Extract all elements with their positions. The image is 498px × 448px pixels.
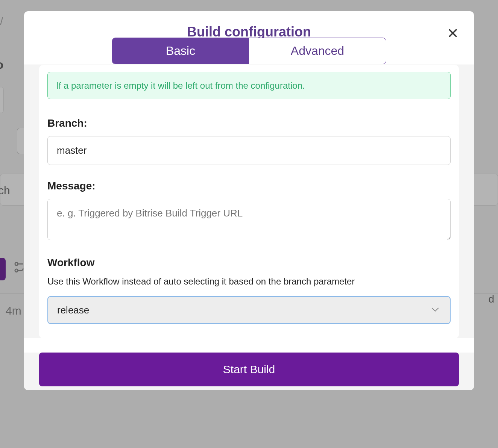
workflow-label: Workflow (47, 257, 451, 269)
build-config-modal: Build configuration Basic Advanced If a … (24, 11, 474, 390)
workflow-field: Workflow Use this Workflow instead of au… (47, 257, 451, 324)
tab-advanced[interactable]: Advanced (249, 38, 386, 64)
branch-input[interactable] (47, 136, 451, 165)
branch-label: Branch: (47, 117, 451, 129)
message-field: Message: (47, 180, 451, 242)
workflow-select[interactable]: release (47, 296, 451, 324)
tab-basic[interactable]: Basic (112, 38, 249, 64)
start-build-button[interactable]: Start Build (39, 353, 459, 386)
close-icon (447, 27, 459, 39)
message-input[interactable] (47, 199, 451, 240)
modal-body-outer: If a parameter is empty it will be left … (24, 65, 474, 338)
workflow-select-wrap: release (47, 296, 451, 324)
workflow-help: Use this Workflow instead of auto select… (47, 275, 451, 288)
info-banner: If a parameter is empty it will be left … (47, 72, 451, 99)
close-button[interactable] (445, 25, 461, 41)
branch-field: Branch: (47, 117, 451, 165)
message-label: Message: (47, 180, 451, 192)
modal-body: If a parameter is empty it will be left … (39, 65, 459, 338)
tab-switcher: Basic Advanced (112, 38, 386, 64)
modal-footer-space (24, 386, 474, 390)
